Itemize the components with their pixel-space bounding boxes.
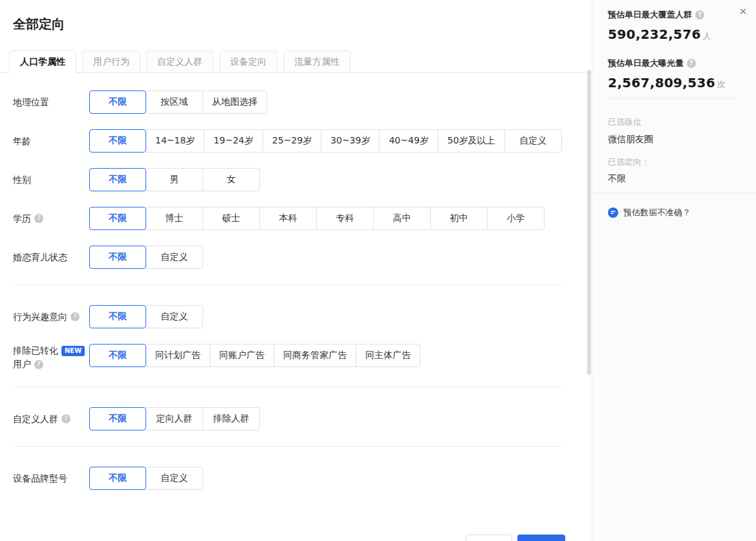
metric-impressions: 预估单日最大曝光量 ? 2,567,809,536次 <box>608 58 740 90</box>
help-icon[interactable]: ? <box>695 10 704 19</box>
option-button[interactable]: 本科 <box>260 207 317 230</box>
option-button-selected[interactable]: 不限 <box>89 305 146 328</box>
targeting-row: 性别不限男女 <box>13 168 582 191</box>
metric-impressions-label: 预估单日最大曝光量 <box>608 58 684 69</box>
option-button-selected[interactable]: 不限 <box>89 168 146 191</box>
metric-impressions-unit: 次 <box>717 80 726 89</box>
row-label-text: 地理位置 <box>13 96 49 109</box>
option-button[interactable]: 19~24岁 <box>204 129 263 153</box>
option-button[interactable]: 同商务管家广告 <box>274 344 356 367</box>
row-label: 地理位置 <box>13 90 89 114</box>
cancel-button[interactable] <box>466 535 512 541</box>
row-label: 排除已转化NEW用户? <box>13 344 89 371</box>
option-button[interactable]: 初中 <box>431 207 488 230</box>
option-group: 不限男女 <box>89 168 260 191</box>
option-button[interactable]: 排除人群 <box>203 407 260 430</box>
chat-bubble-icon <box>608 207 618 218</box>
option-group: 不限博士硕士本科专科高中初中小学 <box>89 207 545 230</box>
option-button[interactable]: 14~18岁 <box>146 129 204 153</box>
close-icon[interactable]: ✕ <box>737 5 750 18</box>
scrollbar-thumb[interactable] <box>587 70 591 375</box>
option-group: 不限自定义 <box>89 467 203 490</box>
row-label-text: 性别 <box>13 173 31 187</box>
help-icon[interactable]: ? <box>34 360 43 369</box>
row-label-text: 自定义人群 <box>13 412 58 426</box>
option-button[interactable]: 40~49岁 <box>380 129 438 153</box>
help-icon[interactable]: ? <box>687 59 696 68</box>
option-button-selected[interactable]: 不限 <box>89 344 146 367</box>
option-button[interactable]: 同账户广告 <box>210 344 274 367</box>
option-group: 不限定向人群排除人群 <box>89 407 260 430</box>
help-icon[interactable]: ? <box>70 312 80 321</box>
selected-targeting-label: 已选定向： <box>608 156 740 168</box>
row-label-text: 设备品牌型号 <box>13 472 67 485</box>
row-label-text: 用户 <box>13 357 31 371</box>
tab-user-behavior[interactable]: 用户行为 <box>82 50 140 72</box>
selected-placement-label: 已选版位 <box>608 116 740 128</box>
sidebar-divider <box>592 193 756 193</box>
option-button[interactable]: 自定义 <box>505 129 562 153</box>
option-button[interactable]: 男 <box>146 168 203 191</box>
sidebar-divider <box>608 98 740 99</box>
feedback-text: 预估数据不准确？ <box>623 207 691 218</box>
option-button[interactable]: 专科 <box>317 207 374 230</box>
targeting-row: 排除已转化NEW用户?不限同计划广告同账户广告同商务管家广告同主体广告 <box>13 344 582 371</box>
selected-targeting-value: 不限 <box>608 173 740 185</box>
targeting-row: 年龄不限14~18岁19~24岁25~29岁30~39岁40~49岁50岁及以上… <box>13 129 582 153</box>
option-button[interactable]: 高中 <box>374 207 431 230</box>
row-label-text: 行为兴趣意向 <box>13 310 67 324</box>
selected-placement-value: 微信朋友圈 <box>608 134 740 145</box>
tab-device-targeting[interactable]: 设备定向 <box>219 50 277 72</box>
targeting-rows: 地理位置不限按区域从地图选择年龄不限14~18岁19~24岁25~29岁30~3… <box>13 90 582 505</box>
option-button-selected[interactable]: 不限 <box>89 467 146 490</box>
option-button-selected[interactable]: 不限 <box>89 407 146 430</box>
estimate-sidebar: ✕ 预估单日最大覆盖人群 ? 590,232,576人 预估单日最大曝光量 ? … <box>592 0 756 541</box>
help-icon[interactable]: ? <box>61 414 70 423</box>
targeting-row: 学历?不限博士硕士本科专科高中初中小学 <box>13 207 582 230</box>
option-group: 不限同计划广告同账户广告同商务管家广告同主体广告 <box>89 344 420 371</box>
option-button-selected[interactable]: 不限 <box>89 207 146 230</box>
new-badge: NEW <box>61 346 85 356</box>
metric-coverage-label: 预估单日最大覆盖人群 <box>608 9 692 21</box>
option-button[interactable]: 女 <box>203 168 260 191</box>
targeting-row: 婚恋育儿状态不限自定义 <box>13 246 582 269</box>
option-button[interactable]: 同计划广告 <box>146 344 210 367</box>
option-button[interactable]: 25~29岁 <box>263 129 321 153</box>
option-group: 不限按区域从地图选择 <box>89 90 267 114</box>
confirm-button[interactable] <box>517 535 565 541</box>
option-button[interactable]: 自定义 <box>146 305 203 328</box>
option-button[interactable]: 按区域 <box>146 90 203 114</box>
tab-demographics[interactable]: 人口学属性 <box>9 50 76 73</box>
option-button-selected[interactable]: 不限 <box>89 90 146 114</box>
page-title: 全部定向 <box>13 16 65 33</box>
tabbar: 人口学属性 用户行为 自定义人群 设备定向 流量方属性 <box>0 50 592 73</box>
option-button-selected[interactable]: 不限 <box>89 129 146 153</box>
feedback-link[interactable]: 预估数据不准确？ <box>608 207 740 218</box>
metric-coverage-value: 590,232,576 <box>608 27 701 42</box>
metric-coverage: 预估单日最大覆盖人群 ? 590,232,576人 <box>608 9 740 42</box>
option-button[interactable]: 30~39岁 <box>321 129 380 153</box>
option-button[interactable]: 自定义 <box>146 246 203 269</box>
option-button[interactable]: 从地图选择 <box>203 90 267 114</box>
option-group: 不限自定义 <box>89 305 203 328</box>
option-button[interactable]: 同主体广告 <box>356 344 420 367</box>
option-button[interactable]: 定向人群 <box>146 407 203 430</box>
section-divider <box>13 387 563 387</box>
tab-custom-audience[interactable]: 自定义人群 <box>146 50 213 72</box>
option-button[interactable]: 50岁及以上 <box>438 129 505 153</box>
option-button[interactable]: 硕士 <box>203 207 260 230</box>
row-label-text: 年龄 <box>13 134 31 148</box>
row-label: 设备品牌型号 <box>13 467 89 490</box>
option-button[interactable]: 小学 <box>488 207 545 230</box>
option-button-selected[interactable]: 不限 <box>89 246 146 269</box>
option-button[interactable]: 博士 <box>146 207 203 230</box>
tab-traffic-attributes[interactable]: 流量方属性 <box>283 50 351 72</box>
row-label: 学历? <box>13 207 89 230</box>
targeting-row: 行为兴趣意向?不限自定义 <box>13 305 582 328</box>
help-icon[interactable]: ? <box>34 214 43 223</box>
option-button[interactable]: 自定义 <box>146 467 203 490</box>
targeting-row: 地理位置不限按区域从地图选择 <box>13 90 582 114</box>
targeting-panel: 全部定向 人口学属性 用户行为 自定义人群 设备定向 流量方属性 地理位置不限按… <box>0 0 592 541</box>
row-label-text: 学历 <box>13 212 31 226</box>
row-label: 自定义人群? <box>13 407 89 430</box>
